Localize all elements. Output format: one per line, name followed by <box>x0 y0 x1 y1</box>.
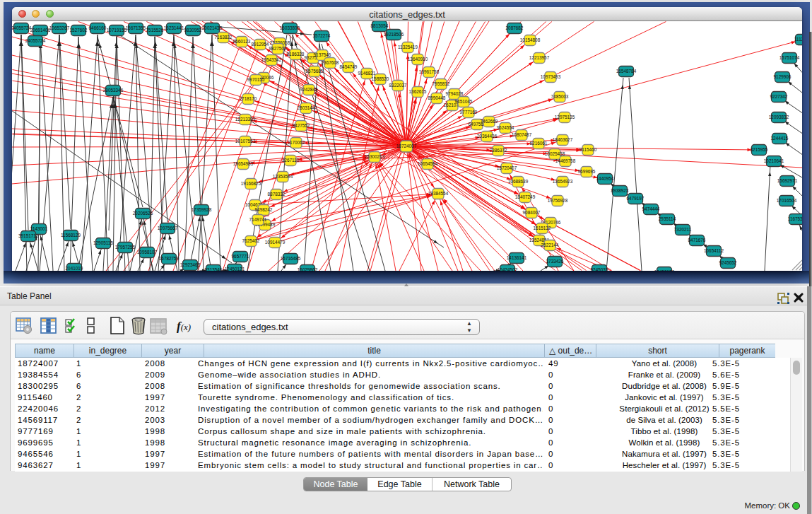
svg-text:9137546: 9137546 <box>314 52 331 57</box>
svg-text:6479197: 6479197 <box>627 196 645 201</box>
svg-text:9794028: 9794028 <box>446 91 464 96</box>
svg-text:8575685: 8575685 <box>306 69 324 74</box>
svg-text:24055724: 24055724 <box>25 38 46 43</box>
svg-text:17359928: 17359928 <box>192 207 212 212</box>
svg-text:1362615: 1362615 <box>409 89 427 94</box>
svg-text:1733426: 1733426 <box>546 259 564 264</box>
svg-text:9245652: 9245652 <box>719 260 737 265</box>
svg-text:8322037: 8322037 <box>389 83 407 88</box>
svg-text:24055724: 24055724 <box>12 25 32 30</box>
svg-text:12213957: 12213957 <box>529 55 550 60</box>
svg-text:9970155: 9970155 <box>247 77 265 82</box>
svg-text:8427552: 8427552 <box>293 123 310 128</box>
svg-text:3624554: 3624554 <box>497 125 514 130</box>
svg-text:10914479: 10914479 <box>265 240 286 245</box>
svg-text:9830952: 9830952 <box>184 28 202 33</box>
svg-text:10958107: 10958107 <box>137 250 158 255</box>
svg-text:9777169: 9777169 <box>460 110 478 115</box>
svg-text:16231441: 16231441 <box>164 25 184 30</box>
svg-text:9699695: 9699695 <box>578 169 596 174</box>
svg-text:19166825: 19166825 <box>241 181 261 186</box>
svg-text:6466160: 6466160 <box>89 25 107 30</box>
svg-text:8471676: 8471676 <box>688 238 706 243</box>
svg-text:19756928: 19756928 <box>548 198 568 203</box>
svg-text:9245033: 9245033 <box>591 267 608 271</box>
svg-text:13654923: 13654923 <box>553 179 573 184</box>
svg-text:8878332: 8878332 <box>268 192 286 197</box>
svg-text:9313546: 9313546 <box>205 267 223 271</box>
svg-text:12923463: 12923463 <box>180 262 201 267</box>
svg-text:9474444: 9474444 <box>642 206 660 211</box>
svg-text:10210641: 10210641 <box>764 158 784 163</box>
svg-text:12093832: 12093832 <box>769 115 789 119</box>
svg-text:9227342: 9227342 <box>770 94 788 99</box>
svg-text:2803144: 2803144 <box>298 105 315 110</box>
svg-text:16961758: 16961758 <box>419 69 440 74</box>
svg-text:8990448: 8990448 <box>428 95 446 100</box>
svg-text:12975135: 12975135 <box>555 115 575 119</box>
svg-text:3572274: 3572274 <box>313 33 331 38</box>
svg-text:12450120: 12450120 <box>654 269 675 271</box>
svg-text:18407249: 18407249 <box>515 194 536 199</box>
svg-text:8813054: 8813054 <box>371 23 389 28</box>
svg-text:16782759: 16782759 <box>159 256 180 261</box>
svg-text:20364436: 20364436 <box>477 134 498 139</box>
svg-text:20206526: 20206526 <box>133 211 153 216</box>
svg-text:2041019: 2041019 <box>66 266 83 271</box>
svg-text:10654112: 10654112 <box>704 248 724 253</box>
svg-text:8660123: 8660123 <box>233 39 251 44</box>
svg-text:19654985: 19654985 <box>233 161 254 166</box>
svg-text:9827503: 9827503 <box>269 46 287 51</box>
svg-text:7462669: 7462669 <box>481 119 498 124</box>
svg-text:18724007: 18724007 <box>396 144 417 148</box>
svg-text:19218506: 19218506 <box>384 32 404 37</box>
svg-text:10975667: 10975667 <box>158 226 178 230</box>
svg-text:17957255: 17957255 <box>115 245 136 250</box>
svg-text:9084007: 9084007 <box>523 210 541 215</box>
svg-text:7955812: 7955812 <box>433 81 450 86</box>
svg-text:15720407: 15720407 <box>497 165 517 170</box>
svg-text:13640910: 13640910 <box>408 57 428 62</box>
svg-text:14136141: 14136141 <box>507 255 527 260</box>
svg-text:2087682: 2087682 <box>506 25 524 30</box>
svg-text:17016504: 17016504 <box>777 198 797 203</box>
svg-text:1440954: 1440954 <box>596 176 614 181</box>
svg-text:7515526: 7515526 <box>146 28 164 33</box>
svg-text:2522144: 2522144 <box>541 243 559 247</box>
svg-text:1588520: 1588520 <box>372 76 389 81</box>
svg-text:9657771: 9657771 <box>232 254 249 259</box>
svg-text:10807487: 10807487 <box>512 132 532 137</box>
svg-text:8912954: 8912954 <box>252 42 269 47</box>
svg-text:19384554: 19384554 <box>428 191 449 196</box>
svg-text:10654594: 10654594 <box>418 161 438 166</box>
svg-text:9498242: 9498242 <box>255 207 273 212</box>
svg-text:9129906: 9129906 <box>774 74 792 79</box>
svg-text:10543342: 10543342 <box>261 57 282 62</box>
svg-text:15716485: 15716485 <box>281 256 301 261</box>
svg-text:1615132: 1615132 <box>534 226 551 230</box>
svg-text:16029862: 16029862 <box>298 267 318 271</box>
svg-text:1167534: 1167534 <box>788 216 802 221</box>
svg-text:2367608: 2367608 <box>322 60 339 65</box>
svg-text:9242848: 9242848 <box>300 87 318 92</box>
svg-text:16671355: 16671355 <box>126 25 146 30</box>
svg-text:10719155: 10719155 <box>107 28 127 33</box>
svg-text:10688639: 10688639 <box>508 179 529 184</box>
svg-text:3267110: 3267110 <box>282 158 300 163</box>
svg-text:39151711: 39151711 <box>18 233 38 238</box>
svg-text:8454749: 8454749 <box>340 64 358 69</box>
svg-text:18463627: 18463627 <box>553 137 573 142</box>
svg-text:7149741: 7149741 <box>249 217 267 222</box>
svg-text:20691406: 20691406 <box>30 28 51 33</box>
svg-text:7163822: 7163822 <box>215 35 233 40</box>
svg-text:16548784: 16548784 <box>616 69 637 74</box>
svg-text:1527602: 1527602 <box>70 28 88 33</box>
svg-text:12213389: 12213389 <box>235 117 256 122</box>
svg-text:10154808: 10154808 <box>520 37 541 42</box>
svg-text:12353594: 12353594 <box>273 174 293 179</box>
svg-text:2935114: 2935114 <box>659 216 676 221</box>
svg-text:20021435: 20021435 <box>202 25 223 30</box>
svg-text:14469758: 14469758 <box>555 158 576 163</box>
svg-text:12450121: 12450121 <box>225 267 245 271</box>
svg-text:11325419: 11325419 <box>398 45 418 49</box>
